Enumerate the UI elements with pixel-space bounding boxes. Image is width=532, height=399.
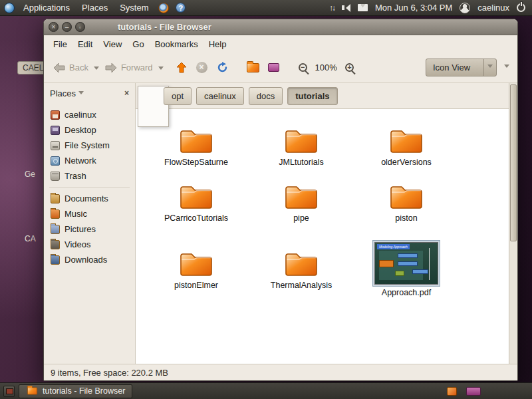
file-label: piston [395, 213, 417, 223]
file-label: pipe [293, 213, 309, 223]
sidebar-item-desktop[interactable]: Desktop [44, 122, 135, 138]
window-close-button[interactable] [49, 22, 59, 32]
folder-icon [179, 126, 213, 154]
menu-view[interactable]: View [98, 37, 127, 52]
pathbar-button-docs[interactable]: docs [249, 87, 283, 105]
documents-icon [51, 194, 60, 203]
volume-icon[interactable] [342, 4, 350, 12]
sidebar-item-documents[interactable]: Documents [44, 191, 135, 206]
menu-help[interactable]: Help [203, 37, 232, 52]
keyboard-indicator-icon[interactable]: ↑↓ [329, 3, 334, 13]
file-label: FlowStepSaturne [164, 158, 228, 167]
distro-logo-icon[interactable] [4, 3, 15, 13]
up-button[interactable] [172, 59, 191, 76]
user-avatar-icon[interactable] [460, 3, 470, 13]
sidebar-close-button[interactable] [124, 88, 129, 98]
home-button[interactable] [243, 61, 263, 75]
file-item-olderversions[interactable]: olderVersions [354, 118, 459, 174]
sidebar-item-network[interactable]: Network [44, 153, 135, 168]
sidebar-item-file-system[interactable]: File System [44, 138, 135, 153]
menu-go[interactable]: Go [127, 37, 149, 52]
toolbar-overflow-icon[interactable] [504, 65, 509, 70]
pathbar: optcaelinuxdocstutorials [136, 83, 509, 108]
folder-icon [389, 126, 424, 154]
pdf-thumbnail-title: Modeling Approach [377, 244, 410, 249]
window-title: tutorials - File Browser [118, 22, 211, 32]
zoom-level: 100% [313, 63, 340, 72]
statusbar: 9 items, Free space: 220.2 MB [44, 364, 517, 380]
menu-edit[interactable]: Edit [72, 37, 98, 52]
panel-menu-applications[interactable]: Applications [17, 0, 76, 16]
workspace-switcher[interactable] [466, 387, 481, 396]
toolbar: Back Forward 100% Icon View [44, 53, 517, 83]
desktop-icon-label[interactable]: CA [25, 234, 36, 243]
file-item-pipe[interactable]: pipe [249, 174, 354, 230]
file-item-pistonelmer[interactable]: pistonElmer [144, 230, 249, 309]
computer-button[interactable] [265, 61, 283, 74]
menu-bookmarks[interactable]: Bookmarks [150, 37, 203, 52]
menu-file[interactable]: File [48, 37, 72, 52]
titlebar[interactable]: tutorials - File Browser [44, 19, 517, 35]
zoom-out-button[interactable] [295, 61, 311, 74]
file-label: ThermalAnalysis [271, 281, 332, 290]
folder-icon [284, 182, 319, 210]
panel-menu-places[interactable]: Places [76, 0, 114, 16]
vertical-scrollbar[interactable] [509, 83, 517, 364]
power-icon[interactable] [517, 3, 525, 12]
file-item-thermalanalysis[interactable]: ThermalAnalysis [249, 230, 354, 309]
help-launcher-icon[interactable]: ? [176, 3, 186, 13]
show-desktop-button[interactable] [3, 386, 15, 397]
sidebar-item-music[interactable]: Music [44, 206, 135, 221]
sidebar-item-label: Downloads [65, 255, 107, 265]
pathbar-button-caelinux[interactable]: caelinux [196, 87, 244, 105]
file-item-pcarricotutorials[interactable]: PCarricoTutorials [144, 174, 249, 230]
back-dropdown-icon[interactable] [94, 66, 99, 72]
stop-button[interactable] [193, 59, 211, 76]
view-mode-dropdown-icon [483, 59, 496, 76]
zoom-in-button[interactable] [342, 61, 357, 74]
window-maximize-button[interactable] [75, 22, 85, 32]
back-button[interactable]: Back [49, 59, 92, 76]
back-arrow-icon [53, 63, 66, 73]
videos-icon [51, 240, 60, 249]
task-button[interactable]: tutorials - File Browser [19, 384, 132, 398]
task-button-label: tutorials - File Browser [43, 386, 125, 396]
sidebar-item-pictures[interactable]: Pictures [44, 221, 135, 237]
firefox-launcher-icon[interactable] [158, 3, 169, 13]
music-icon [51, 209, 60, 219]
sidebar-item-downloads[interactable]: Downloads [44, 252, 135, 267]
taskbar-applet-orange-icon[interactable] [447, 387, 457, 396]
sidebar-item-trash[interactable]: Trash [44, 168, 135, 184]
desktop-icon-label[interactable]: Ge [25, 170, 35, 179]
sidebar-item-caelinux[interactable]: caelinux [44, 107, 135, 122]
forward-button[interactable]: Forward [101, 59, 156, 76]
mail-indicator-icon[interactable] [358, 4, 368, 11]
folder-icon [179, 182, 213, 210]
reload-button[interactable] [213, 59, 232, 76]
drive-icon [51, 141, 60, 150]
sidebar-item-label: Documents [65, 194, 108, 203]
view-mode-select[interactable]: Icon View [426, 59, 497, 76]
panel-menu-system[interactable]: System [114, 0, 154, 16]
scrollbar-thumb[interactable] [510, 84, 517, 241]
sidebar-item-videos[interactable]: Videos [44, 237, 135, 252]
sidebar-title[interactable]: Places [50, 88, 76, 98]
content-pane: optcaelinuxdocstutorials FlowStepSaturne… [136, 83, 509, 364]
sidebar-item-label: Trash [65, 171, 86, 181]
pathbar-button-tutorials[interactable]: tutorials [287, 87, 337, 105]
pathbar-button-opt[interactable]: opt [164, 87, 192, 105]
clock[interactable]: Mon Jun 6, 3:04 PM [375, 3, 452, 13]
file-item-piston[interactable]: piston [354, 174, 459, 230]
folder-icon [179, 249, 213, 277]
file-label: Approach.pdf [382, 288, 431, 297]
taskbar-right-area [447, 387, 481, 396]
forward-arrow-icon [104, 63, 118, 73]
file-item-jmltutorials[interactable]: JMLtutorials [249, 118, 354, 174]
window-minimize-button[interactable] [62, 22, 72, 32]
sidebar-title-dropdown-icon[interactable] [78, 91, 84, 97]
network-icon [51, 156, 60, 166]
user-menu[interactable]: caelinux [477, 3, 509, 13]
forward-dropdown-icon[interactable] [158, 66, 164, 72]
file-item-approach-pdf[interactable]: Modeling ApproachApproach.pdf [354, 230, 459, 309]
up-arrow-icon [176, 62, 188, 73]
